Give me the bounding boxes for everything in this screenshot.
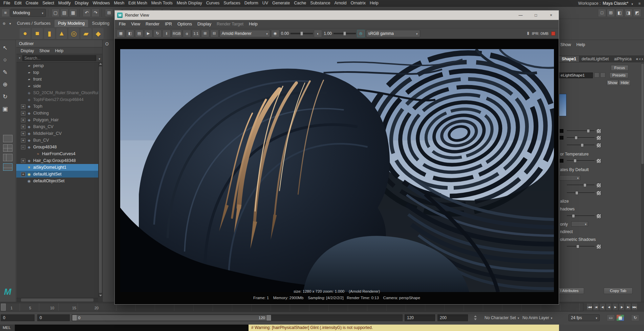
slider-knob[interactable] (575, 191, 578, 195)
menu-item[interactable]: Cache (292, 0, 308, 6)
poly-cone-icon[interactable]: ▲ (56, 28, 67, 39)
menu-item[interactable]: Generate (270, 0, 292, 6)
node-name-field[interactable]: eLightShape1 (559, 73, 593, 78)
ipr-render-icon[interactable]: ▶ (144, 30, 152, 37)
menu-item[interactable]: Windows (91, 0, 112, 6)
node-swatch-icon[interactable] (594, 73, 599, 78)
range-slider-track[interactable]: 0 120 (72, 314, 403, 321)
go-to-start-button[interactable]: |◀◀ (586, 303, 593, 311)
outliner-item[interactable]: ◈ SO_20CM_Ruler:Shane_OlsonRuler (16, 89, 98, 96)
move-tool-icon[interactable]: ⊕ (0, 79, 10, 89)
command-line-input[interactable] (15, 325, 249, 331)
attribute-slider[interactable] (567, 246, 595, 247)
filter-icon[interactable]: ▼ (18, 57, 21, 60)
character-set-selector[interactable]: No Character Set (485, 315, 519, 321)
attribute-editor-tab[interactable]: Shape1 (559, 56, 579, 62)
rgb-channels-icon[interactable]: RGB (172, 30, 182, 37)
expand-toggle-icon[interactable]: + (21, 159, 25, 163)
one-to-one-icon[interactable]: 1:1 (192, 30, 200, 37)
outliner-menu-item[interactable]: Display (18, 48, 36, 53)
playback-start-field[interactable]: 0 (1, 314, 35, 321)
four-pane-layout-icon[interactable]: ⊞ (607, 9, 615, 17)
script-editor-icon[interactable]: ▭ (607, 314, 615, 321)
snap-to-grid-icon[interactable]: ⊞ (105, 9, 113, 17)
persp-outliner-layout-button[interactable] (3, 163, 13, 171)
step-back-frame-button[interactable]: |◀ (593, 303, 599, 311)
shelf-tab[interactable]: Curves / Surfaces (14, 20, 54, 27)
attribute-editor-menu-item[interactable]: Help (575, 42, 586, 47)
render-view-menu-item[interactable]: Render (143, 22, 162, 26)
menu-item[interactable]: Mesh Tools (149, 0, 175, 6)
tab-scroll-icon[interactable]: ‹ (639, 57, 641, 61)
shelf-options-icon[interactable]: ▾ (7, 21, 13, 26)
lasso-tool-icon[interactable]: ○ (0, 55, 10, 65)
workspace-selector[interactable]: Workspace : Maya Classic* ≡ (578, 0, 644, 6)
gamma-slider[interactable] (334, 33, 356, 34)
color-swatch[interactable] (560, 159, 563, 163)
color-swatch[interactable] (560, 136, 563, 140)
play-backwards-button[interactable]: ◀ (606, 303, 612, 311)
expand-toggle-icon[interactable] (21, 84, 25, 88)
tab-scroll-icon[interactable]: › (642, 57, 643, 61)
playback-range-bar[interactable]: 0 120 (72, 315, 271, 321)
command-language-toggle[interactable]: MEL (0, 325, 15, 331)
outliner-vertical-scrollbar[interactable] (98, 62, 102, 297)
renderer-selector[interactable]: Arnold Renderer (219, 30, 270, 37)
map-button-icon[interactable] (596, 143, 601, 148)
slider-knob[interactable] (300, 32, 303, 36)
map-button-icon[interactable] (596, 159, 601, 163)
attribute-slider[interactable] (567, 137, 595, 138)
maximize-button[interactable]: □ (528, 11, 543, 20)
select-tool-icon[interactable]: ↖ (0, 43, 10, 53)
color-swatch[interactable] (560, 129, 563, 133)
render-grid-icon[interactable]: ▦ (616, 314, 624, 321)
scrollbar-thumb[interactable] (21, 298, 93, 302)
menu-item[interactable]: Deform (242, 0, 260, 6)
node-texture-icon[interactable] (600, 73, 605, 78)
tab-scroll-icon[interactable]: « (636, 57, 638, 61)
step-forward-frame-button[interactable]: ▶| (625, 303, 631, 311)
expand-toggle-icon[interactable] (21, 77, 25, 82)
poly-torus-icon[interactable]: ◎ (68, 28, 79, 39)
minimize-button[interactable]: — (513, 11, 528, 20)
visibility-dropdown[interactable] (571, 221, 588, 227)
outliner-item[interactable]: + ◈ Clothing (16, 110, 98, 117)
map-button-icon[interactable] (596, 244, 601, 249)
slider-knob[interactable] (576, 245, 579, 248)
save-scene-icon[interactable]: ▦ (69, 9, 77, 17)
expand-toggle-icon[interactable] (21, 64, 25, 68)
menu-set-selector[interactable]: Modeling (10, 9, 46, 17)
outliner-item[interactable]: + ◉ defaultLightSet (16, 171, 98, 178)
animation-end-field[interactable]: 200 (437, 314, 468, 321)
contrast-icon[interactable]: ◐ (314, 30, 322, 37)
slider-knob[interactable] (572, 214, 575, 218)
menu-item[interactable]: Modify (56, 0, 73, 6)
show-button[interactable]: Show (607, 80, 618, 86)
render-view-menu-item[interactable]: IPR (162, 22, 175, 26)
slider-knob[interactable] (575, 136, 578, 140)
expand-toggle-icon[interactable]: + (21, 125, 25, 129)
expand-toggle-icon[interactable]: + (21, 172, 25, 177)
outliner-item[interactable]: ▰ side (16, 83, 98, 89)
single-pane-layout-button[interactable] (3, 135, 13, 142)
sky-color-swatch[interactable] (559, 94, 566, 116)
menu-item[interactable]: Mesh (112, 0, 127, 6)
menu-item[interactable]: Select (40, 0, 56, 6)
menu-item[interactable]: File (1, 0, 12, 6)
statusline-collapse-icon[interactable]: ≡ (1, 9, 9, 17)
remove-image-icon[interactable]: ⊟ (210, 30, 218, 37)
search-options-icon[interactable] (98, 55, 100, 61)
anim-preferences-icon[interactable]: ↻ (631, 314, 639, 321)
load-attributes-button[interactable]: l Attributes (555, 288, 584, 294)
render-view-menu-item[interactable]: Options (175, 22, 195, 26)
poly-pyramid-icon[interactable]: ◆ (93, 28, 104, 39)
attribute-slider[interactable] (567, 130, 595, 131)
view-transform-selector[interactable]: sRGB gamma (366, 30, 420, 37)
poly-sphere-icon[interactable]: ● (20, 28, 30, 39)
hide-button[interactable]: Hide (619, 80, 630, 86)
expand-toggle-icon[interactable]: − (21, 145, 25, 149)
single-pane-layout-icon[interactable]: □ (598, 9, 606, 17)
range-end-handle[interactable] (267, 315, 271, 320)
menu-item[interactable]: Mesh Display (175, 0, 204, 6)
fps-selector[interactable]: 24 fps (568, 314, 600, 321)
